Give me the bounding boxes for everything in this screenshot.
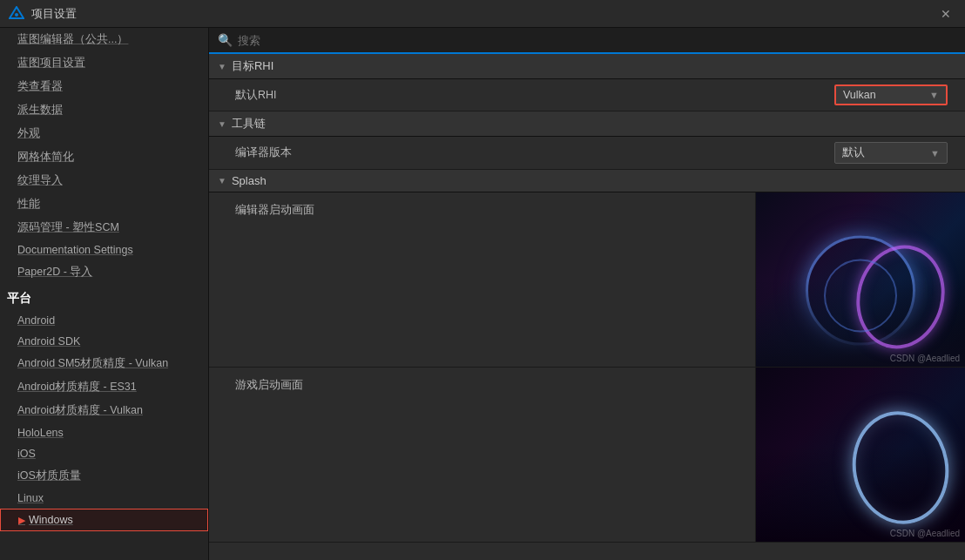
compiler-version-dropdown[interactable]: 默认 ▼ bbox=[834, 142, 948, 164]
game-splash-visual bbox=[756, 368, 965, 542]
close-button[interactable]: ✕ bbox=[935, 3, 956, 24]
sidebar-item-appearance[interactable]: 外观 bbox=[0, 122, 208, 145]
default-rhi-control: Vulkan ▼ bbox=[834, 84, 948, 105]
sidebar-item-blueprint-project[interactable]: 蓝图项目设置 bbox=[0, 51, 208, 75]
game-splash-image[interactable]: CSDN @Aeadlied bbox=[756, 368, 965, 542]
svg-marker-0 bbox=[10, 7, 24, 18]
splash-section-header[interactable]: ▼ Splash bbox=[209, 170, 965, 192]
content-area: 🔍 ▼ 目标RHI 默认RHI Vulkan ▼ ▼ 工具链 编译器版本 bbox=[209, 28, 965, 560]
toolchain-section-header[interactable]: ▼ 工具链 bbox=[209, 111, 965, 137]
sidebar-item-ios[interactable]: iOS bbox=[0, 443, 208, 464]
window-title: 项目设置 bbox=[31, 6, 935, 22]
search-icon: 🔍 bbox=[218, 33, 233, 47]
sidebar-item-hololens[interactable]: HoloLens bbox=[0, 422, 208, 443]
title-bar: 项目设置 ✕ bbox=[0, 0, 965, 28]
sidebar-item-paper2d[interactable]: Paper2D - 导入 bbox=[0, 260, 208, 284]
editor-splash-label: 编辑器启动画面 bbox=[209, 192, 756, 367]
compiler-version-row: 编译器版本 默认 ▼ bbox=[209, 137, 965, 170]
sidebar-item-windows[interactable]: ▶ Windows bbox=[0, 509, 208, 531]
sidebar-item-texture-import[interactable]: 纹理导入 bbox=[0, 169, 208, 192]
sidebar-item-android-mat-vulkan[interactable]: Android材质精度 - Vulkan bbox=[0, 399, 208, 422]
sidebar-item-ios-quality[interactable]: iOS材质质量 bbox=[0, 464, 208, 488]
sidebar-item-mesh-simplify[interactable]: 网格体简化 bbox=[0, 145, 208, 169]
default-rhi-row: 默认RHI Vulkan ▼ bbox=[209, 79, 965, 111]
compiler-version-control: 默认 ▼ bbox=[834, 142, 948, 164]
sidebar-item-android-sdk[interactable]: Android SDK bbox=[0, 331, 208, 352]
editor-splash-row: 编辑器启动画面 CSDN @Aeadlied bbox=[209, 192, 965, 368]
sidebar-item-source-control[interactable]: 源码管理 - 塑性SCM bbox=[0, 216, 208, 240]
game-splash-label: 游戏启动画面 bbox=[209, 368, 756, 542]
sidebar-item-android[interactable]: Android bbox=[0, 310, 208, 331]
chevron-down-icon: ▼ bbox=[218, 62, 226, 71]
sidebar-item-blueprint-editor[interactable]: 蓝图编辑器（公共...） bbox=[0, 28, 208, 51]
dropdown-arrow-icon: ▼ bbox=[929, 90, 939, 100]
sidebar-item-performance[interactable]: 性能 bbox=[0, 192, 208, 216]
windows-arrow-icon: ▶ bbox=[18, 515, 25, 526]
platform-section-header: 平台 bbox=[0, 284, 208, 310]
sidebar-item-class-viewer[interactable]: 类查看器 bbox=[0, 75, 208, 98]
watermark-1: CSDN @Aeadlied bbox=[890, 354, 960, 363]
chevron-down-icon-2: ▼ bbox=[218, 119, 226, 129]
sidebar-item-linux[interactable]: Linux bbox=[0, 488, 208, 509]
main-layout: 蓝图编辑器（公共...） 蓝图项目设置 类查看器 派生数据 外观 网格体简化 纹… bbox=[0, 28, 965, 560]
sidebar-item-android-sm5[interactable]: Android SM5材质精度 - Vulkan bbox=[0, 352, 208, 375]
app-icon bbox=[9, 6, 24, 22]
chevron-down-icon-3: ▼ bbox=[218, 176, 226, 186]
editor-splash-visual bbox=[756, 192, 965, 367]
editor-splash-image[interactable]: CSDN @Aeadlied bbox=[756, 192, 965, 367]
sidebar-item-android-mat-es31[interactable]: Android材质精度 - ES31 bbox=[0, 375, 208, 399]
dropdown-arrow-icon-2: ▼ bbox=[930, 148, 940, 159]
sidebar: 蓝图编辑器（公共...） 蓝图项目设置 类查看器 派生数据 外观 网格体简化 纹… bbox=[0, 28, 209, 560]
game-splash-row: 游戏启动画面 CSDN @Aeadlied bbox=[209, 368, 965, 543]
sidebar-item-doc-settings[interactable]: Documentation Settings bbox=[0, 240, 208, 260]
watermark-2: CSDN @Aeadlied bbox=[890, 529, 960, 538]
target-rhi-section-header[interactable]: ▼ 目标RHI bbox=[209, 54, 965, 79]
search-input[interactable] bbox=[238, 34, 956, 47]
sidebar-item-derived-data[interactable]: 派生数据 bbox=[0, 98, 208, 122]
default-rhi-dropdown[interactable]: Vulkan ▼ bbox=[834, 84, 948, 105]
svg-point-1 bbox=[15, 13, 18, 17]
search-bar: 🔍 bbox=[209, 28, 965, 54]
